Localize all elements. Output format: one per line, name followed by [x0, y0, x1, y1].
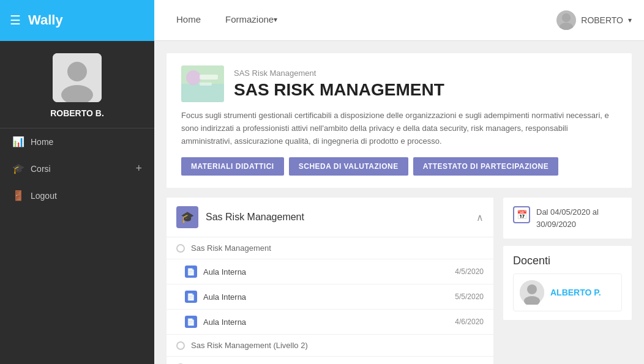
- top-nav: ☰ Wally Home Formazione ROBERTO ▾: [0, 0, 644, 41]
- course-header-card: SAS Risk Management SAS RISK MANAGEMENT …: [167, 53, 632, 188]
- nav-user-menu[interactable]: ROBERTO ▾: [544, 10, 644, 30]
- date-text: Dal 04/05/2020 al 30/09/2020: [536, 206, 622, 230]
- lesson-item[interactable]: 📄 Aula Interna 5/5/2020: [167, 284, 493, 310]
- svg-point-3: [67, 62, 87, 81]
- profile-name: ROBERTO B.: [50, 108, 104, 118]
- teacher-card: ALBERTO P.: [513, 273, 622, 311]
- sidebar-item-home[interactable]: 📊 Home: [0, 128, 154, 155]
- modules-panel: 🎓 Sas Risk Management ∧ Sas Risk Managem…: [167, 198, 493, 364]
- teachers-title: Docenti: [513, 254, 622, 267]
- module-circle-icon: [176, 244, 185, 253]
- btn-materiali-didattici[interactable]: MATERIALI DIDATTICI: [181, 157, 284, 176]
- sidebar-item-label-corsi: Corsi: [31, 164, 129, 174]
- nav-username: ROBERTO: [581, 15, 623, 25]
- profile-avatar: [53, 53, 102, 102]
- course-title-text-area: SAS Risk Management SAS RISK MANAGEMENT: [234, 69, 444, 100]
- nav-link-formazione[interactable]: Formazione: [213, 0, 290, 41]
- sidebar-item-logout[interactable]: 🚪 Logout: [0, 182, 154, 209]
- lesson-doc-icon: 📄: [185, 266, 197, 278]
- calendar-icon: 📅: [513, 206, 530, 223]
- home-icon: 📊: [12, 136, 24, 147]
- nav-caret-icon: ▾: [628, 16, 632, 24]
- course-thumbnail: [181, 65, 224, 102]
- svg-rect-8: [200, 75, 218, 80]
- lesson-label: Aula Interna: [203, 318, 449, 327]
- bottom-section: 🎓 Sas Risk Management ∧ Sas Risk Managem…: [167, 198, 632, 364]
- lesson-item[interactable]: 📄 Aula Interna 4/6/2020: [167, 310, 493, 335]
- lesson-date: 4/6/2020: [455, 318, 484, 326]
- module-section-label-2: Sas Risk Management (Livello 2): [191, 341, 308, 350]
- module-section-item-3: Modulo Project Work: [167, 357, 493, 364]
- svg-point-0: [562, 13, 571, 22]
- course-main-title: SAS RISK MANAGEMENT: [234, 80, 444, 100]
- modules-header-title: Sas Risk Management: [206, 212, 469, 223]
- nav-links: Home Formazione: [154, 0, 544, 41]
- sidebar-item-corsi[interactable]: 🎓 Corsi +: [0, 155, 154, 182]
- lesson-date: 5/5/2020: [455, 292, 484, 301]
- btn-attestato-partecipazione[interactable]: ATTESTATO DI PARTECIPAZIONE: [413, 157, 559, 176]
- module-circle-icon-2: [176, 341, 185, 350]
- module-section-item: Sas Risk Management: [167, 237, 493, 259]
- sidebar-item-label-logout: Logout: [31, 191, 142, 201]
- teacher-name: ALBERTO P.: [550, 288, 601, 297]
- module-section-item-2: Sas Risk Management (Livello 2): [167, 335, 493, 357]
- logout-icon: 🚪: [12, 190, 24, 201]
- teachers-section: Docenti ALBERTO P.: [503, 246, 632, 320]
- teacher-avatar: [520, 280, 544, 305]
- date-card: 📅 Dal 04/05/2020 al 30/09/2020: [503, 198, 632, 239]
- course-description: Focus sugli strumenti gestionali certifi…: [181, 110, 617, 147]
- svg-rect-6: [181, 84, 224, 102]
- svg-point-11: [527, 284, 537, 294]
- lesson-date: 4/5/2020: [455, 267, 484, 276]
- btn-scheda-valutazione[interactable]: SCHEDA DI VALUTAZIONE: [289, 157, 408, 176]
- lesson-doc-icon: 📄: [185, 316, 197, 328]
- add-course-icon[interactable]: +: [135, 162, 142, 175]
- sidebar-profile: ROBERTO B.: [0, 41, 154, 128]
- lesson-item[interactable]: 📄 Aula Interna 4/5/2020: [167, 259, 493, 284]
- lesson-doc-icon: 📄: [185, 291, 197, 303]
- corsi-icon: 🎓: [12, 163, 24, 174]
- lesson-label: Aula Interna: [203, 292, 449, 302]
- svg-point-1: [560, 23, 573, 30]
- modules-header-icon: 🎓: [176, 206, 198, 228]
- nav-user-avatar: [556, 10, 576, 30]
- svg-point-7: [186, 70, 201, 85]
- course-subtitle: SAS Risk Management: [234, 69, 444, 78]
- course-title-row: SAS Risk Management SAS RISK MANAGEMENT: [181, 65, 617, 102]
- collapse-btn[interactable]: ∧: [476, 212, 484, 223]
- brand-area: ☰ Wally: [0, 0, 154, 41]
- nav-link-home[interactable]: Home: [164, 0, 213, 41]
- modules-header: 🎓 Sas Risk Management ∧: [167, 198, 493, 237]
- course-thumb-inner: [181, 65, 224, 102]
- content-area: SAS Risk Management SAS RISK MANAGEMENT …: [154, 41, 644, 364]
- module-section-label: Sas Risk Management: [191, 243, 271, 253]
- right-panel: 📅 Dal 04/05/2020 al 30/09/2020 Docenti: [503, 198, 632, 364]
- svg-rect-9: [200, 83, 212, 86]
- sidebar: ROBERTO B. 📊 Home 🎓 Corsi + 🚪 Logout: [0, 41, 154, 364]
- brand-title: Wally: [28, 12, 63, 28]
- main-layout: ROBERTO B. 📊 Home 🎓 Corsi + 🚪 Logout: [0, 41, 644, 364]
- hamburger-icon[interactable]: ☰: [10, 13, 21, 28]
- sidebar-item-label-home: Home: [31, 137, 142, 147]
- action-buttons: MATERIALI DIDATTICI SCHEDA DI VALUTAZION…: [181, 157, 617, 176]
- lesson-label: Aula Interna: [203, 267, 449, 277]
